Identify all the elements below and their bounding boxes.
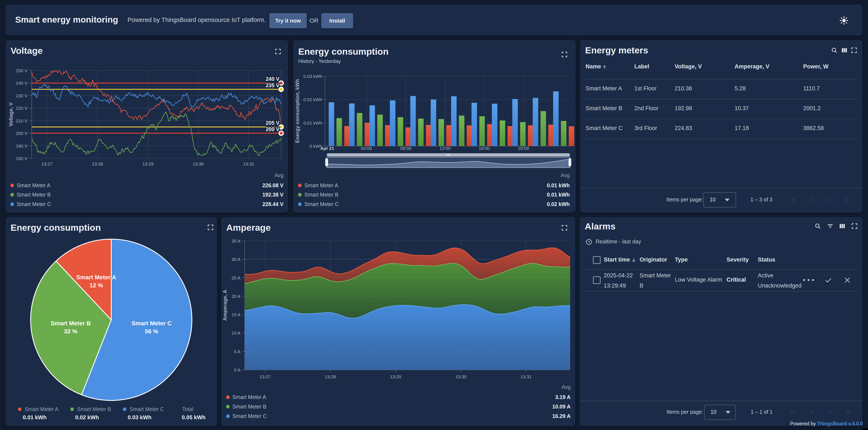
svg-text:200 V: 200 V [16,131,27,136]
svg-text:32 %: 32 % [64,328,78,335]
svg-text:13:29: 13:29 [143,161,154,166]
svg-text:210 V: 210 V [16,118,27,123]
svg-text:16:00: 16:00 [479,146,490,151]
svg-text:13:27: 13:27 [41,161,53,166]
svg-text:220 V: 220 V [16,106,27,111]
svg-text:13:28: 13:28 [325,374,336,379]
svg-text:20 A: 20 A [231,294,241,299]
svg-text:240 V: 240 V [16,81,27,86]
svg-text:Apr 21: Apr 21 [320,146,334,151]
svg-text:10 A: 10 A [231,331,241,335]
svg-text:0.01 kWh: 0.01 kWh [303,121,322,125]
svg-text:Smart Meter A: Smart Meter A [76,274,116,281]
svg-text:0.03 kWh: 0.03 kWh [303,74,322,79]
svg-text:180 V: 180 V [16,156,27,161]
svg-text:13:30: 13:30 [456,374,467,379]
svg-text:5 A: 5 A [234,349,241,354]
svg-text:25 A: 25 A [231,275,241,280]
svg-text:13:31: 13:31 [243,161,254,166]
svg-text:35 A: 35 A [231,239,241,243]
svg-text:20:00: 20:00 [518,146,529,151]
svg-text:240 V: 240 V [266,76,280,82]
svg-text:205 V: 205 V [266,120,280,126]
svg-text:56 %: 56 % [145,328,158,335]
svg-text:Energy consumption, kWh: Energy consumption, kWh [294,79,300,143]
svg-text:30 A: 30 A [231,257,241,262]
svg-text:Voltage, V: Voltage, V [8,102,14,126]
svg-text:0 A: 0 A [234,368,241,372]
svg-text:13:28: 13:28 [92,161,103,166]
svg-text:13:31: 13:31 [521,374,532,379]
svg-text:230 V: 230 V [16,93,27,98]
svg-text:250 V: 250 V [16,68,27,73]
svg-text:Amperage, A: Amperage, A [222,289,228,321]
svg-text:13:29: 13:29 [390,374,401,379]
svg-text:12:00: 12:00 [439,146,451,151]
svg-text:15 A: 15 A [231,312,241,317]
svg-text:200 V: 200 V [266,126,280,132]
svg-text:235 V: 235 V [266,82,280,88]
svg-text:Smart Meter C: Smart Meter C [131,320,172,327]
svg-text:Smart Meter B: Smart Meter B [51,320,91,327]
svg-text:13:30: 13:30 [193,161,204,166]
svg-text:0.02 kWh: 0.02 kWh [303,97,322,102]
svg-text:08:00: 08:00 [400,146,411,151]
svg-text:12 %: 12 % [90,282,103,288]
svg-text:13:27: 13:27 [260,374,271,379]
svg-text:04:00: 04:00 [361,146,372,151]
svg-text:190 V: 190 V [16,144,27,148]
